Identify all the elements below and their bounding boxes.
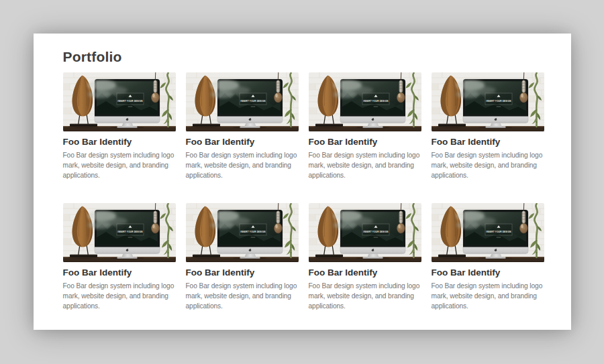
card-description: Foo Bar design system including logo mar…	[432, 150, 544, 180]
card-description: Foo Bar design system including logo mar…	[63, 150, 176, 180]
card-description: Foo Bar design system including logo mar…	[186, 281, 299, 311]
card-title: Foo Bar Identify	[186, 136, 299, 147]
portfolio-card: Foo Bar Identify Foo Bar design system i…	[432, 203, 544, 311]
card-description: Foo Bar design system including logo mar…	[309, 281, 421, 311]
portfolio-grid: Foo Bar Identify Foo Bar design system i…	[63, 72, 544, 311]
imac-mockup-photo	[186, 203, 299, 262]
portfolio-thumbnail[interactable]	[63, 72, 176, 131]
portfolio-card: Foo Bar Identify Foo Bar design system i…	[63, 203, 176, 311]
card-title: Foo Bar Identify	[432, 136, 544, 147]
imac-mockup-photo	[63, 203, 176, 262]
card-title: Foo Bar Identify	[63, 136, 176, 147]
portfolio-thumbnail[interactable]	[432, 203, 544, 262]
card-description: Foo Bar design system including logo mar…	[63, 281, 176, 311]
portfolio-thumbnail[interactable]	[309, 72, 421, 131]
card-title: Foo Bar Identify	[309, 267, 421, 278]
portfolio-thumbnail[interactable]	[432, 72, 544, 131]
portfolio-card: Foo Bar Identify Foo Bar design system i…	[186, 72, 299, 180]
imac-mockup-photo	[432, 72, 544, 131]
portfolio-card: Foo Bar Identify Foo Bar design system i…	[186, 203, 299, 311]
portfolio-card: Foo Bar Identify Foo Bar design system i…	[309, 203, 421, 311]
imac-mockup-photo	[432, 203, 544, 262]
card-description: Foo Bar design system including logo mar…	[432, 281, 544, 311]
content-panel: Portfolio Foo Bar Identify Foo Bar desig…	[34, 34, 571, 330]
portfolio-thumbnail[interactable]	[186, 72, 299, 131]
card-description: Foo Bar design system including logo mar…	[186, 150, 299, 180]
portfolio-thumbnail[interactable]	[309, 203, 421, 262]
imac-mockup-photo	[186, 72, 299, 131]
card-description: Foo Bar design system including logo mar…	[309, 150, 421, 180]
card-title: Foo Bar Identify	[432, 267, 544, 278]
card-title: Foo Bar Identify	[63, 267, 176, 278]
card-title: Foo Bar Identify	[186, 267, 299, 278]
card-title: Foo Bar Identify	[309, 136, 421, 147]
portfolio-thumbnail[interactable]	[186, 203, 299, 262]
portfolio-thumbnail[interactable]	[63, 203, 176, 262]
portfolio-card: Foo Bar Identify Foo Bar design system i…	[63, 72, 176, 180]
page-title: Portfolio	[63, 48, 544, 66]
imac-mockup-photo	[63, 72, 176, 131]
portfolio-card: Foo Bar Identify Foo Bar design system i…	[432, 72, 544, 180]
imac-mockup-photo	[309, 72, 421, 131]
imac-mockup-photo	[309, 203, 421, 262]
portfolio-card: Foo Bar Identify Foo Bar design system i…	[309, 72, 421, 180]
